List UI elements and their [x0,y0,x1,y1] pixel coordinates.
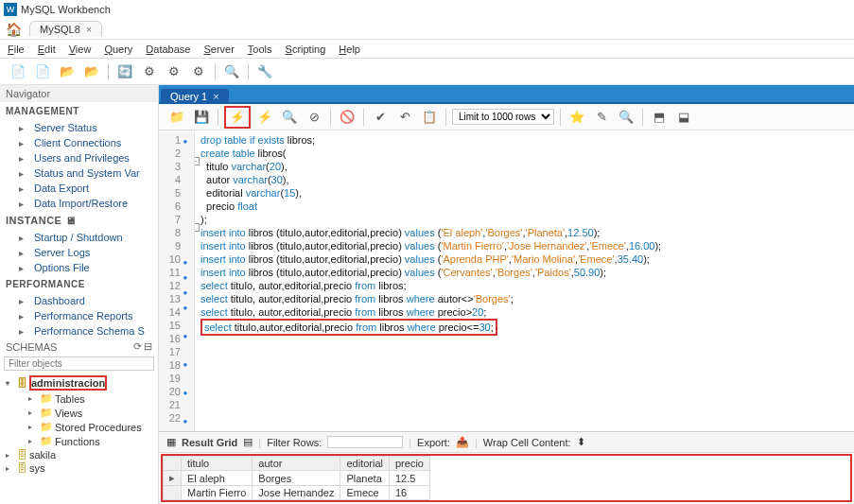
menu-view[interactable]: View [69,43,92,55]
results-panel: ▦ Result Grid ▤ | Filter Rows: | Export:… [159,431,854,504]
schema-folder[interactable]: ▸📁Functions [4,434,154,448]
tree-expand-icon[interactable]: ▸ [6,464,15,473]
export-icon[interactable]: 📤 [456,436,469,448]
sync-icon[interactable]: 🔄 [116,63,133,80]
nav-item[interactable]: ▸Options File [0,260,158,275]
cell[interactable]: 16 [389,486,429,500]
cell[interactable]: Planeta [340,471,390,486]
code-body[interactable]: drop table if exists libros;−create tabl… [195,130,854,431]
schema-folder-label: Functions [55,436,100,447]
tree-expand-icon[interactable]: ▸ [28,437,38,445]
nav-item[interactable]: ▸Dashboard [0,293,158,308]
rollback-icon[interactable]: ↶ [394,108,415,127]
commit-icon[interactable]: ✔ [370,108,391,127]
sql-editor[interactable]: 12345678910111213141516171819202122 ● ●●… [159,130,854,431]
column-header[interactable]: editorial [340,457,390,471]
new-sql-tab-icon[interactable]: 📄 [9,63,26,80]
menu-help[interactable]: Help [339,43,360,55]
column-header[interactable]: autor [253,457,340,471]
save-icon[interactable]: 💾 [191,108,212,127]
toolbar-separator [330,109,331,126]
nav-item[interactable]: ▸Performance Schema S [0,323,158,339]
nav-item[interactable]: ▸Data Export [0,181,158,196]
autocommit-icon[interactable]: 📋 [419,108,440,127]
grid-view-icon[interactable]: ▤ [243,436,253,448]
refresh-icon[interactable]: ⟳ [133,340,142,353]
tree-expand-icon[interactable]: ▸ [28,408,38,417]
tree-expand-icon[interactable]: ▸ [28,423,38,431]
filter-rows-input[interactable] [327,436,403,448]
star-icon[interactable]: ⭐ [566,108,587,127]
open-file-icon[interactable]: 📁 [166,108,187,127]
connection-tab[interactable]: MySQL8 × [29,21,102,37]
schema-db-row[interactable]: ▾🗄administracion [4,374,154,391]
nav-item[interactable]: ▸Users and Privileges [0,150,158,165]
search-icon[interactable]: 🔍 [223,63,240,80]
nav-item-label: Performance Schema S [34,325,145,337]
close-icon[interactable]: × [213,91,218,102]
tool-icon[interactable]: 🔧 [256,63,273,80]
new-tab-icon[interactable]: 📄 [34,63,51,80]
cell[interactable]: Martin Fierro [182,486,253,500]
schema-db-row[interactable]: ▸🗄sakila [4,448,154,461]
cell[interactable]: Jose Hernandez [253,486,340,500]
menu-tools[interactable]: Tools [248,43,272,55]
open-model-icon[interactable]: 📂 [83,63,100,80]
menu-file[interactable]: File [8,43,25,55]
toggle-panel-icon[interactable]: ⬒ [649,108,670,127]
schema-db-row[interactable]: ▸🗄sys [4,461,154,475]
toolbar-separator [363,109,364,126]
menu-scripting[interactable]: Scripting [286,43,326,55]
schema-folder[interactable]: ▸📁Views [4,406,154,420]
schema-filter-input[interactable] [4,356,154,371]
explain-icon[interactable]: 🔍 [279,108,300,127]
collapse-icon[interactable]: ⊟ [144,340,152,353]
wrap-toggle-icon[interactable]: ⬍ [577,436,585,448]
tree-expand-icon[interactable]: ▸ [6,451,15,460]
result-grid[interactable]: tituloautoreditorialprecio ▸El alephBorg… [163,456,430,500]
query-tab[interactable]: Query 1 × [161,89,229,104]
tool-icon[interactable]: ⚙ [166,63,183,80]
tree-expand-icon[interactable]: ▸ [28,394,38,403]
result-grid-icon[interactable]: ▦ [166,436,176,448]
execute-current-icon[interactable]: ⚡ [254,108,275,127]
cell[interactable]: Emece [340,486,390,500]
close-icon[interactable]: × [86,24,92,35]
nav-item[interactable]: ▸Startup / Shutdown [0,230,158,245]
open-sql-icon[interactable]: 📂 [59,63,76,80]
cell[interactable]: El aleph [182,471,253,486]
nav-item[interactable]: ▸Data Import/Restore [0,196,158,211]
schema-folder[interactable]: ▸📁Tables [4,391,154,406]
query-tab-strip: Query 1 × [159,85,854,104]
cell[interactable]: 12.5 [389,471,429,486]
execute-icon[interactable]: ⚡ [227,108,248,127]
toggle-icon[interactable]: 🚫 [337,108,357,127]
column-header[interactable]: precio [389,457,429,471]
menu-database[interactable]: Database [146,43,190,55]
beautify-icon[interactable]: ✎ [591,108,612,127]
find-icon[interactable]: 🔍 [616,108,636,127]
toggle-panel-icon[interactable]: ⬓ [673,108,694,127]
column-header[interactable]: titulo [182,457,253,471]
stop-icon[interactable]: ⊘ [304,108,324,127]
nav-item[interactable]: ▸Client Connections [0,135,158,150]
toolbar-separator [218,109,218,126]
nav-item[interactable]: ▸Server Status [0,120,158,135]
menu-edit[interactable]: Edit [38,43,56,55]
schema-folder[interactable]: ▸📁Stored Procedures [4,420,154,434]
home-icon[interactable]: 🏠 [6,22,22,37]
cell[interactable]: Borges [253,471,340,486]
tool-icon[interactable]: ⚙ [141,63,158,80]
row-limit-select[interactable]: Limit to 1000 rows [452,109,554,125]
table-row[interactable]: ▸El alephBorgesPlaneta12.5 [164,471,430,486]
schema-name: administracion [29,375,107,391]
query-tab-label: Query 1 [170,91,207,102]
nav-item[interactable]: ▸Performance Reports [0,308,158,323]
nav-item[interactable]: ▸Server Logs [0,245,158,260]
table-row[interactable]: Martin FierroJose HernandezEmece16 [164,486,430,500]
menu-server[interactable]: Server [203,43,234,55]
tool-icon[interactable]: ⚙ [190,63,207,80]
tree-expand-icon[interactable]: ▾ [6,379,15,388]
nav-item[interactable]: ▸Status and System Var [0,165,158,181]
menu-query[interactable]: Query [104,43,132,55]
